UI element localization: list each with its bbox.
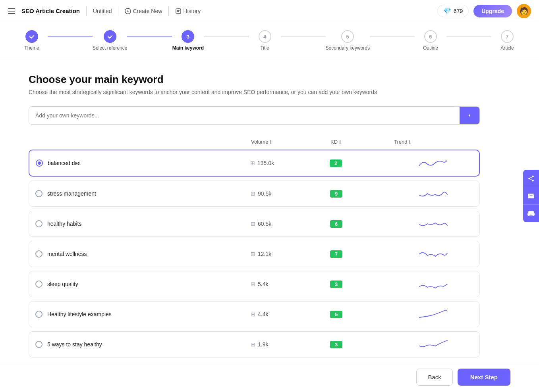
table-row[interactable]: Healthy lifestyle examples⊞4.4k5	[29, 301, 480, 327]
trend-sparkline	[417, 337, 449, 352]
kd-cell: 7	[330, 250, 394, 258]
trend-sparkline	[417, 247, 449, 261]
radio-button[interactable]	[35, 281, 43, 288]
volume-cell: ⊞60.5k	[251, 221, 330, 227]
volume-value: 1.9k	[258, 341, 268, 348]
share-icon[interactable]	[523, 170, 539, 187]
radio-button[interactable]	[36, 159, 43, 167]
keyword-name: stress management	[47, 190, 96, 197]
radio-button[interactable]	[35, 311, 43, 318]
volume-icon: ⊞	[251, 311, 255, 317]
step-circle-3[interactable]: 3	[182, 30, 194, 43]
table-row[interactable]: 5 ways to stay healthy⊞1.9k3	[29, 331, 480, 357]
trend-cell	[394, 217, 473, 231]
volume-icon: ⊞	[251, 281, 255, 287]
next-step-button[interactable]: Next Step	[458, 369, 510, 376]
untitled-tab[interactable]: Untitled	[93, 8, 112, 14]
back-button[interactable]: Back	[416, 369, 452, 376]
trend-cell	[394, 277, 473, 291]
create-new-btn[interactable]: Create New	[125, 8, 162, 14]
keyword-input[interactable]	[29, 107, 460, 124]
separator2	[118, 6, 118, 16]
table-row[interactable]: sleep quality⊞5.4k3	[29, 271, 480, 297]
step-2: Select reference	[93, 30, 127, 51]
step-label-1: Theme	[24, 45, 39, 51]
table-row[interactable]: balanced diet⊞135.0k2	[29, 150, 480, 177]
volume-icon: ⊞	[250, 160, 255, 166]
step-label-7: Article	[500, 45, 514, 51]
kd-badge: 3	[330, 281, 342, 288]
email-icon[interactable]	[523, 187, 539, 205]
radio-button[interactable]	[35, 250, 43, 257]
kd-badge: 3	[330, 341, 342, 348]
volume-cell: ⊞12.1k	[251, 251, 330, 257]
keyword-row-left: Healthy lifestyle examples	[35, 311, 251, 318]
radio-dot	[38, 161, 41, 165]
keyword-name: sleep quality	[47, 281, 78, 287]
step-connector-1	[48, 37, 93, 37]
trend-cell	[394, 337, 473, 352]
step-circle-2[interactable]	[104, 30, 116, 43]
step-5: 5Secondary keywords	[326, 30, 370, 51]
step-label-2: Select reference	[93, 45, 127, 51]
kd-info-icon[interactable]: ℹ	[339, 139, 341, 145]
volume-cell: ⊞1.9k	[251, 341, 330, 348]
header: SEO Article Creation Untitled Create New…	[0, 0, 539, 22]
radio-button[interactable]	[35, 341, 43, 348]
step-1: Theme	[16, 30, 48, 51]
keyword-row-left: healthy habits	[35, 220, 251, 227]
page-title: Choose your main keyword	[29, 73, 480, 86]
table-header: Volume ℹ KD ℹ Trend ℹ	[29, 136, 480, 148]
volume-value: 90.5k	[258, 190, 271, 197]
table-row[interactable]: healthy habits⊞60.5k6	[29, 211, 480, 237]
volume-info-icon[interactable]: ℹ	[270, 139, 272, 145]
kd-header: KD ℹ	[330, 139, 394, 145]
volume-value: 12.1k	[258, 251, 271, 257]
discord-icon[interactable]	[523, 205, 539, 222]
kd-cell: 2	[330, 159, 393, 167]
trend-sparkline	[417, 217, 449, 231]
kd-cell: 5	[330, 311, 394, 318]
side-actions	[523, 170, 539, 222]
step-label-5: Secondary keywords	[326, 45, 370, 51]
keyword-name: healthy habits	[47, 221, 81, 227]
volume-icon: ⊞	[251, 251, 255, 257]
step-circle-7: 7	[501, 30, 514, 43]
keyword-row-left: balanced diet	[36, 159, 250, 167]
keyword-submit-button[interactable]	[460, 107, 479, 124]
avatar: 🧑	[517, 4, 531, 18]
radio-button[interactable]	[35, 220, 43, 227]
step-circle-5: 5	[341, 30, 354, 43]
trend-cell	[394, 186, 473, 201]
volume-icon: ⊞	[251, 341, 255, 348]
kd-cell: 3	[330, 341, 394, 348]
keyword-input-container	[29, 106, 480, 125]
page-subtitle: Choose the most strategically significan…	[29, 89, 480, 95]
step-circle-1[interactable]	[25, 30, 38, 43]
volume-value: 5.4k	[258, 281, 268, 287]
table-row[interactable]: mental wellness⊞12.1k7	[29, 241, 480, 267]
radio-button[interactable]	[35, 190, 43, 197]
history-btn[interactable]: History	[175, 8, 201, 14]
keyword-name: Healthy lifestyle examples	[47, 311, 112, 317]
volume-value: 60.5k	[258, 221, 271, 227]
upgrade-button[interactable]: Upgrade	[473, 5, 512, 17]
trend-cell	[394, 247, 473, 261]
table-row[interactable]: stress management⊞90.5k9	[29, 181, 480, 207]
keyword-name: mental wellness	[47, 251, 87, 257]
keyword-row-left: stress management	[35, 190, 251, 197]
trend-info-icon[interactable]: ℹ	[409, 139, 411, 145]
separator3	[168, 6, 169, 16]
step-connector-3	[204, 37, 249, 37]
step-circle-4: 4	[259, 30, 271, 43]
kd-badge: 6	[330, 220, 342, 228]
step-4: 4Title	[249, 30, 281, 51]
app-title: SEO Article Creation	[21, 8, 80, 14]
step-connector-5	[370, 37, 415, 37]
menu-icon[interactable]	[8, 8, 15, 14]
step-7: 7Article	[491, 30, 523, 51]
volume-cell: ⊞135.0k	[250, 160, 330, 166]
keyword-row-left: mental wellness	[35, 250, 251, 257]
trend-cell	[394, 307, 473, 321]
step-connector-6	[446, 37, 491, 37]
